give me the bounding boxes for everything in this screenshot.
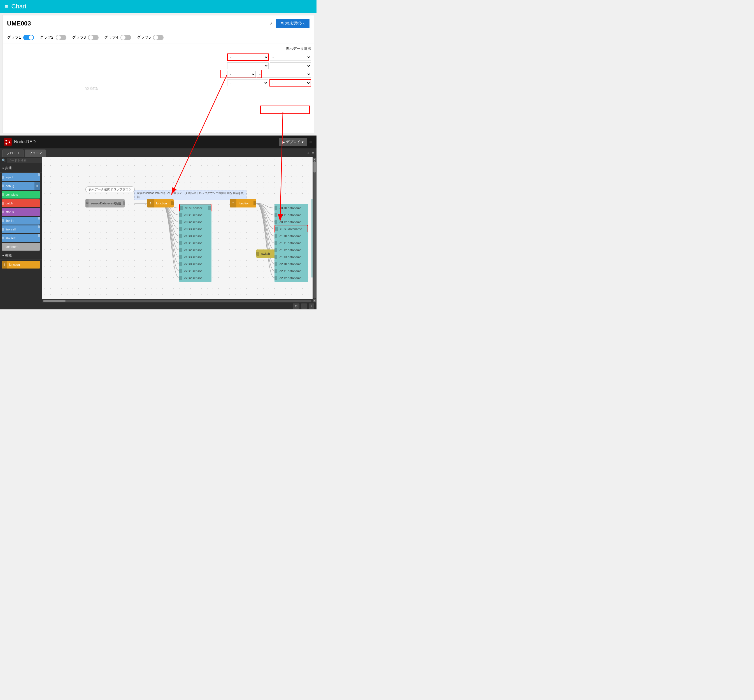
data-select-1b[interactable]: - xyxy=(270,54,311,61)
sidebar-node-linkin[interactable]: link in xyxy=(2,217,40,225)
svg-point-6 xyxy=(6,143,7,145)
nr-vscroll-thumb[interactable] xyxy=(313,161,316,172)
sidebar-node-status-label: status xyxy=(4,210,40,214)
chart-panel: UME003 ∧ ⊞ 端末選択へ グラフ1 グラフ2 xyxy=(2,15,314,133)
data-select-3b[interactable]: - xyxy=(257,71,311,78)
chart-header: ≡ Chart xyxy=(0,0,316,13)
scroll-down-btn[interactable]: ▼ xyxy=(313,299,316,302)
graph-tab-4-toggle[interactable] xyxy=(120,35,131,40)
chart-content-area: no data 表示データ選択 - - - xyxy=(3,44,314,133)
panel-header-right: ∧ ⊞ 端末選択へ xyxy=(270,19,310,28)
sidebar-node-function[interactable]: f function xyxy=(2,261,40,269)
chevron-icon-function: ▾ xyxy=(2,254,4,258)
zoom-out-btn[interactable]: − xyxy=(301,303,307,309)
nr-hscroll-track[interactable] xyxy=(43,300,311,302)
flow-function1[interactable]: f function xyxy=(147,199,174,208)
graph-tab-5-toggle[interactable] xyxy=(153,35,164,40)
sidebar-node-linkout[interactable]: link out xyxy=(2,234,40,242)
data-select-3a[interactable]: - xyxy=(227,71,256,78)
nr-vscroll-track[interactable] xyxy=(313,161,316,298)
sidebar-section-function[interactable]: ▾ 機能 xyxy=(0,252,42,260)
nr-hscrollbar[interactable] xyxy=(42,299,313,303)
flow-event-label: sensorData event受信 xyxy=(89,201,123,206)
nodered-title: Node-RED xyxy=(14,139,36,144)
tab-flow2[interactable]: フロー 2 xyxy=(25,150,46,157)
nr-hscroll-thumb[interactable] xyxy=(43,300,66,302)
sidebar-node-linkout-label: link out xyxy=(4,236,38,240)
zoom-in-btn[interactable]: + xyxy=(309,303,314,309)
data-select-row-1: - - xyxy=(227,53,311,61)
data-select-2a[interactable]: - xyxy=(227,62,269,69)
sidebar-node-comment[interactable]: comment xyxy=(2,243,40,251)
data-select-4b[interactable]: - xyxy=(269,79,311,86)
nodered-menu-button[interactable]: ≡ xyxy=(309,139,313,145)
sidebar-node-linkin-label: link in xyxy=(4,219,38,222)
sidebar-node-complete[interactable]: complete xyxy=(2,191,40,198)
nodered-logo-icon xyxy=(4,138,12,146)
more-tabs-button[interactable]: ≡ xyxy=(312,151,314,155)
sidebar-node-status[interactable]: status xyxy=(2,208,40,216)
flow-event-node[interactable]: ✉ sensorData event受信 xyxy=(85,199,125,208)
search-icon: 🔍 xyxy=(2,158,6,162)
page-wrapper: ≡ Chart UME003 ∧ ⊞ 端末選択へ グラフ1 グラフ xyxy=(0,0,316,309)
data-select-4a[interactable]: - xyxy=(227,80,268,86)
flow-sensor-c2s2[interactable]: c2.s2.sensor xyxy=(179,274,211,282)
tab-flow1[interactable]: フロー 1 xyxy=(2,150,23,157)
graph-tab-5-label: グラフ5 xyxy=(137,35,151,40)
search-input[interactable] xyxy=(7,158,42,162)
nr-tabs: フロー 1 フロー 2 + ≡ xyxy=(0,148,316,157)
sidebar-section-common[interactable]: ▾ 共通 xyxy=(0,164,42,172)
data-select-2b[interactable]: - xyxy=(270,62,311,69)
graph-tab-3-toggle[interactable] xyxy=(88,35,99,40)
device-id: UME003 xyxy=(7,20,31,27)
flow-function2-label: function xyxy=(236,202,253,205)
section-label-function: 機能 xyxy=(5,253,12,258)
flow-dataname-c2s2[interactable]: c2.s2.dataname xyxy=(274,274,308,282)
chart-panel-header: UME003 ∧ ⊞ 端末選択へ xyxy=(3,16,314,32)
flow-sensor-c0s0-label: c0.s0.sensor xyxy=(183,206,208,210)
menu-icon[interactable]: ≡ xyxy=(5,4,8,9)
svg-point-5 xyxy=(9,141,10,143)
sidebar-node-linkcall-label: link call xyxy=(4,228,38,231)
sidebar-node-inject-label: inject xyxy=(4,175,38,179)
sidebar-node-debug-label: debug xyxy=(4,184,34,188)
data-select-row-4: - - xyxy=(227,79,311,86)
graph-tab-5[interactable]: グラフ5 xyxy=(137,35,164,40)
graph-tab-2[interactable]: グラフ2 xyxy=(39,35,66,40)
sidebar-node-function-label: function xyxy=(7,263,40,266)
flow-group-label[interactable]: 表示データ選択ドロップダウン xyxy=(85,186,135,192)
collapse-button[interactable]: ∧ xyxy=(270,21,273,26)
data-select-row-2: - - xyxy=(227,62,311,69)
grid-icon: ⊞ xyxy=(280,21,284,26)
graph-tab-3[interactable]: グラフ3 xyxy=(72,35,99,40)
zoom-fit-btn[interactable]: ⊞ xyxy=(293,303,299,309)
canvas-wires xyxy=(42,157,313,303)
nr-canvas-inner: 表示データ選択ドロップダウン ✉ sensorData event受信 現在のs… xyxy=(42,157,313,303)
sidebar-node-linkcall[interactable]: link call xyxy=(2,225,40,233)
graph-tab-4-label: グラフ4 xyxy=(104,35,118,40)
flow-function2[interactable]: f function xyxy=(230,199,256,208)
sidebar-node-catch[interactable]: catch xyxy=(2,199,40,207)
nr-canvas[interactable]: 表示データ選択ドロップダウン ✉ sensorData event受信 現在のs… xyxy=(42,157,313,303)
graph-tab-2-label: グラフ2 xyxy=(39,35,53,40)
nodered-section: Node-RED ▶ デプロイ ▾ ≡ フロー 1 フロー 2 + ≡ xyxy=(0,136,316,309)
graph-tab-1-toggle[interactable] xyxy=(23,35,34,40)
graph-tab-4[interactable]: グラフ4 xyxy=(104,35,131,40)
scroll-up-btn[interactable]: ▲ xyxy=(313,158,316,161)
graph-tab-2-toggle[interactable] xyxy=(56,35,66,40)
sidebar-node-inject[interactable]: inject xyxy=(2,173,40,181)
data-select-label: 表示データ選択 xyxy=(227,46,311,51)
nodered-logo: Node-RED xyxy=(4,138,36,146)
nr-vscrollbar[interactable]: ▲ ▼ xyxy=(313,157,316,303)
deploy-button[interactable]: ▶ デプロイ ▾ xyxy=(279,138,307,146)
flow-function1-label: function xyxy=(154,202,171,205)
sidebar-node-debug[interactable]: debug ≡ xyxy=(2,182,40,190)
chart-data-select: 表示データ選択 - - - - xyxy=(224,44,314,133)
nodered-body: 🔍 ▾ 共通 inject debug ≡ xyxy=(0,157,316,303)
data-select-1a[interactable]: - xyxy=(227,53,269,61)
graph-tab-1[interactable]: グラフ1 xyxy=(7,35,34,40)
device-select-button[interactable]: ⊞ 端末選択へ xyxy=(276,19,310,28)
nr-bottom-bar: ⊞ − + xyxy=(0,303,316,309)
deploy-chevron: ▾ xyxy=(302,140,303,144)
add-tab-button[interactable]: + xyxy=(307,150,310,156)
